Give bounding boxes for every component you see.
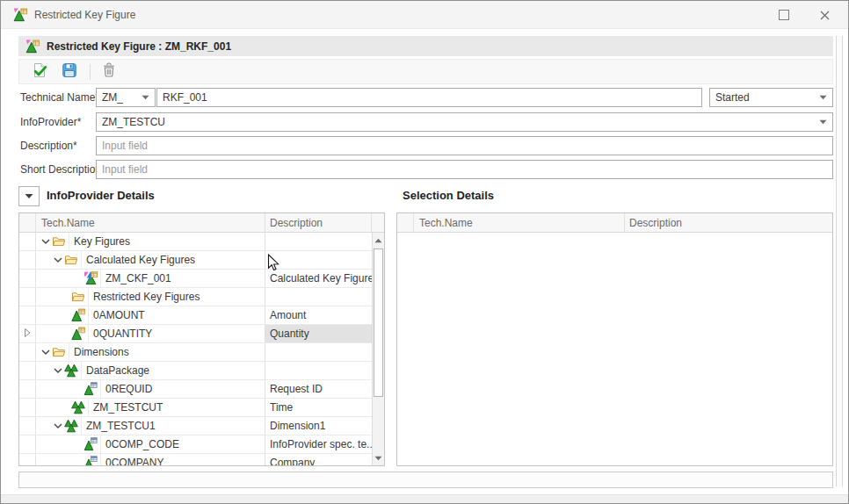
tree-row-label: Key Figures	[69, 233, 130, 250]
folder-open-icon	[71, 290, 85, 304]
tree-row-zm-testcut[interactable]: ZM_TESTCUTTime	[19, 399, 372, 417]
chevron-down-icon[interactable]	[52, 420, 64, 432]
tree-row-0comp-code[interactable]: 0COMP_CODEInfoProvider spec. te...	[19, 436, 372, 454]
scroll-down-button[interactable]	[373, 450, 384, 465]
save-icon	[62, 62, 77, 81]
validate-button[interactable]	[28, 61, 51, 83]
tree-row-0company[interactable]: 0COMPANYCompany	[19, 454, 372, 466]
short-description-label: Short Description	[20, 160, 101, 179]
scroll-up-button[interactable]	[373, 233, 384, 248]
tree-row-label: ZM_CKF_001	[100, 270, 171, 287]
window-titlebar: Restricted Key Figure	[1, 1, 848, 29]
technical-name-input[interactable]	[156, 88, 702, 107]
delete-button[interactable]	[98, 61, 120, 83]
selection-body	[397, 233, 832, 466]
tree-row-description: Request ID	[265, 380, 372, 398]
tree-row-label: 0REQUID	[100, 380, 152, 398]
row-gutter	[19, 306, 36, 324]
description-column-header[interactable]: Description	[625, 213, 832, 232]
scrollbar-thumb[interactable]	[374, 248, 383, 397]
chevron-down-icon	[142, 95, 149, 100]
technical-name-label: Technical Name*	[20, 88, 99, 107]
chevron-slot	[52, 291, 64, 303]
tree-row-label: Restricted Key Figures	[88, 288, 200, 306]
maximize-button[interactable]	[771, 5, 797, 25]
tree-row-description: Time	[265, 399, 372, 416]
toolbar	[18, 59, 833, 84]
tree-row-label: 0AMOUNT	[88, 306, 145, 324]
selection-details-table: Tech.Name Description	[396, 212, 833, 466]
chevron-slot	[64, 272, 76, 284]
tree-scrollbar[interactable]	[372, 233, 384, 465]
maximize-icon	[779, 10, 789, 20]
chevron-down-icon[interactable]	[52, 254, 64, 266]
chevron-down-icon[interactable]	[52, 364, 64, 377]
tree-row-zm-ckf-001[interactable]: ZM_CKF_001Calculated Key Figure...	[19, 270, 372, 288]
row-indicator-column	[19, 213, 36, 232]
tree-row-description: Quantity	[265, 325, 372, 342]
calculated-key-figure-icon	[83, 271, 98, 285]
editor-title: Restricted Key Figure : ZM_RKF_001	[47, 40, 231, 53]
save-button[interactable]	[58, 61, 81, 83]
infoprovider-value: ZM_TESTCU	[102, 116, 165, 128]
tree-row-description: Calculated Key Figure...	[265, 270, 372, 287]
tree-row-restricted-key-figures[interactable]: Restricted Key Figures	[19, 288, 372, 306]
tech-name-column-header[interactable]: Tech.Name	[36, 213, 265, 232]
status-select[interactable]: Started	[709, 88, 833, 107]
collapse-section-button[interactable]	[18, 186, 40, 206]
restricted-key-figure-window: Restricted Key Figure Restricted Key Fig…	[0, 0, 849, 504]
chevron-down-icon	[25, 193, 33, 199]
tech-name-column-header[interactable]: Tech.Name	[414, 213, 625, 232]
row-gutter	[19, 270, 36, 287]
tree-row-description: Dimension1	[265, 417, 372, 435]
triangle-up-icon	[374, 238, 382, 243]
tree-row-description	[265, 362, 372, 379]
tree-row-label: 0QUANTITY	[88, 325, 152, 342]
row-gutter	[19, 436, 36, 453]
tree-row-key-figures[interactable]: Key Figures	[19, 233, 372, 251]
form-scrollbar-track[interactable]	[836, 36, 843, 486]
tree-row-description: Company	[265, 454, 372, 466]
chevron-down-icon[interactable]	[40, 346, 52, 358]
chevron-down-icon[interactable]	[40, 235, 52, 248]
tree-row-label: ZM_TESTCU1	[81, 417, 156, 435]
folder-open-icon	[52, 345, 66, 359]
tree-row-zm-testcu1[interactable]: ZM_TESTCU1Dimension1	[19, 417, 372, 436]
chevron-slot	[52, 401, 64, 414]
close-icon	[819, 10, 831, 21]
row-gutter	[19, 251, 36, 269]
chevron-down-icon	[819, 119, 827, 125]
tree-row-0amount[interactable]: 0AMOUNTAmount	[19, 306, 372, 325]
description-column-header[interactable]: Description	[265, 213, 372, 232]
row-gutter	[19, 233, 36, 250]
table-header: Tech.Name Description	[19, 213, 384, 233]
tree-row-label: Dimensions	[69, 343, 129, 361]
tree-row-description: Amount	[265, 306, 372, 324]
dimension-icon	[64, 364, 78, 378]
tree-row-description	[265, 233, 372, 250]
row-gutter	[19, 288, 36, 306]
short-description-input[interactable]	[96, 160, 833, 179]
infoprovider-select[interactable]: ZM_TESTCU	[96, 112, 833, 132]
validate-icon	[32, 62, 47, 81]
description-label: Description*	[20, 136, 77, 155]
tree-row-label: Calculated Key Figures	[81, 251, 195, 269]
tree-row-0requid[interactable]: 0REQUIDRequest ID	[19, 380, 372, 399]
tree-row-label: 0COMPANY	[100, 454, 163, 466]
description-input[interactable]	[96, 136, 833, 155]
editor-header: Restricted Key Figure : ZM_RKF_001	[18, 36, 833, 56]
delete-icon	[101, 62, 117, 81]
chevron-slot	[52, 309, 64, 321]
tree-row-dimensions[interactable]: Dimensions	[19, 343, 372, 362]
tree-row-datapackage[interactable]: DataPackage	[19, 362, 372, 380]
tree-row-description	[265, 343, 372, 361]
tree-row-calculated-key-figures[interactable]: Calculated Key Figures	[19, 251, 372, 270]
technical-name-prefix-value: ZM_	[102, 91, 123, 104]
folder-open-icon	[52, 234, 66, 248]
tree-row-0quantity[interactable]: 0QUANTITYQuantity	[19, 325, 372, 343]
tree-row-label: ZM_TESTCUT	[88, 399, 163, 416]
close-button[interactable]	[811, 5, 838, 25]
scrollbar-header-cell	[372, 213, 384, 232]
technical-name-prefix-select[interactable]: ZM_	[96, 88, 156, 107]
infoprovider-details-table: Tech.Name Description Key FiguresCalcula…	[18, 212, 385, 466]
